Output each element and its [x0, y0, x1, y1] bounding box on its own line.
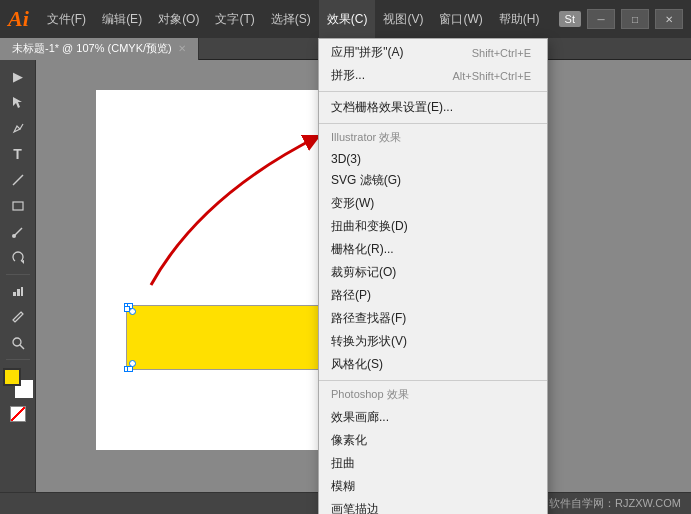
dd-svg-filter[interactable]: SVG 滤镜(G): [319, 169, 547, 192]
dd-pinxing-shortcut: Alt+Shift+Ctrl+E: [452, 70, 531, 82]
window-close-button[interactable]: ✕: [655, 9, 683, 29]
dd-rasterize[interactable]: 栅格化(R)...: [319, 238, 547, 261]
effect-dropdown-menu: 应用"拼形"(A) Shift+Ctrl+E 拼形... Alt+Shift+C…: [318, 38, 548, 514]
tool-separator-2: [6, 359, 30, 360]
menu-view[interactable]: 视图(V): [375, 0, 431, 38]
svg-rect-6: [13, 292, 16, 296]
dd-crop-marks[interactable]: 裁剪标记(O): [319, 261, 547, 284]
menu-bar: 文件(F) 编辑(E) 对象(O) 文字(T) 选择(S) 效果(C) 视图(V…: [39, 0, 559, 38]
svg-line-10: [20, 345, 24, 349]
dd-niuqu[interactable]: 扭曲和变换(D): [319, 215, 547, 238]
svg-point-9: [13, 338, 21, 346]
tab-close-button[interactable]: ✕: [178, 43, 186, 54]
tool-separator: [6, 274, 30, 275]
svg-point-4: [12, 234, 16, 238]
svg-marker-0: [13, 97, 22, 108]
dd-brush-stroke[interactable]: 画笔描边: [319, 498, 547, 514]
dd-section-top: 应用"拼形"(A) Shift+Ctrl+E 拼形... Alt+Shift+C…: [319, 39, 547, 89]
tab-label: 未标题-1* @ 107% (CMYK/预览): [12, 41, 172, 56]
dd-sep-2: [319, 123, 547, 124]
dd-pathfinder[interactable]: 路径查找器(F): [319, 307, 547, 330]
menu-object[interactable]: 对象(O): [150, 0, 207, 38]
dd-bianxing[interactable]: 变形(W): [319, 192, 547, 215]
dd-path[interactable]: 路径(P): [319, 284, 547, 307]
tool-select[interactable]: ▶: [4, 64, 32, 88]
dd-apply-pinxing-label: 应用"拼形"(A): [331, 44, 404, 61]
dd-photoshop-section-label: Photoshop 效果: [319, 383, 547, 404]
tool-rectangle[interactable]: [4, 194, 32, 218]
dd-section-illustrator: 3D(3) SVG 滤镜(G) 变形(W) 扭曲和变换(D) 栅格化(R)...…: [319, 147, 547, 378]
color-boxes: [3, 368, 33, 398]
svg-rect-8: [21, 287, 23, 296]
dd-section-grid: 文档栅格效果设置(E)...: [319, 94, 547, 121]
window-minimize-button[interactable]: ─: [587, 9, 615, 29]
tool-line[interactable]: [4, 168, 32, 192]
menu-file[interactable]: 文件(F): [39, 0, 94, 38]
menu-text[interactable]: 文字(T): [207, 0, 262, 38]
window-maximize-button[interactable]: □: [621, 9, 649, 29]
svg-line-1: [20, 124, 23, 129]
color-mode-row: [10, 406, 26, 422]
dd-section-photoshop: 效果画廊... 像素化 扭曲 模糊 画笔描边 素描 纹理 艺术效果 视频 风格化: [319, 404, 547, 514]
dd-sep-3: [319, 380, 547, 381]
anchor-bl: [129, 360, 136, 367]
tool-direct-select[interactable]: [4, 90, 32, 114]
dd-effect-gallery[interactable]: 效果画廊...: [319, 406, 547, 429]
tool-pen[interactable]: [4, 116, 32, 140]
menu-window[interactable]: 窗口(W): [431, 0, 490, 38]
tool-graph[interactable]: [4, 279, 32, 303]
dd-distort[interactable]: 扭曲: [319, 452, 547, 475]
svg-line-2: [13, 175, 23, 185]
none-box[interactable]: [10, 406, 26, 422]
dd-convert-shape[interactable]: 转换为形状(V): [319, 330, 547, 353]
dd-apply-pinxing[interactable]: 应用"拼形"(A) Shift+Ctrl+E: [319, 41, 547, 64]
svg-rect-3: [13, 202, 23, 210]
dd-grid-effect-settings[interactable]: 文档栅格效果设置(E)...: [319, 96, 547, 119]
tool-zoom[interactable]: [4, 331, 32, 355]
dd-sep-1: [319, 91, 547, 92]
anchor-tl: [129, 308, 136, 315]
st-badge: St: [559, 11, 581, 27]
dd-apply-pinxing-shortcut: Shift+Ctrl+E: [472, 47, 531, 59]
menu-help[interactable]: 帮助(H): [491, 0, 548, 38]
dd-illustrator-section-label: Illustrator 效果: [319, 126, 547, 147]
menu-edit[interactable]: 编辑(E): [94, 0, 150, 38]
tool-type[interactable]: T: [4, 142, 32, 166]
toolbar: ▶ T: [0, 60, 36, 492]
dd-pinxing-label: 拼形...: [331, 67, 365, 84]
document-tab[interactable]: 未标题-1* @ 107% (CMYK/预览) ✕: [0, 38, 199, 60]
title-bar: Ai 文件(F) 编辑(E) 对象(O) 文字(T) 选择(S) 效果(C) 视…: [0, 0, 691, 38]
menu-select[interactable]: 选择(S): [263, 0, 319, 38]
dd-blur[interactable]: 模糊: [319, 475, 547, 498]
dd-stylize-illustrator[interactable]: 风格化(S): [319, 353, 547, 376]
svg-rect-7: [17, 289, 20, 296]
tool-eyedropper[interactable]: [4, 305, 32, 329]
dd-grid-effect-settings-label: 文档栅格效果设置(E)...: [331, 99, 453, 116]
dd-pixelate[interactable]: 像素化: [319, 429, 547, 452]
dd-pinxing[interactable]: 拼形... Alt+Shift+Ctrl+E: [319, 64, 547, 87]
tool-paintbrush[interactable]: [4, 220, 32, 244]
foreground-color-box[interactable]: [3, 368, 21, 386]
ai-logo: Ai: [8, 6, 29, 32]
dd-3d[interactable]: 3D(3): [319, 149, 547, 169]
title-bar-right: St ─ □ ✕: [559, 9, 683, 29]
status-text: 软件自学网：RJZXW.COM: [549, 496, 681, 511]
tool-rotate[interactable]: [4, 246, 32, 270]
menu-effect[interactable]: 效果(C): [319, 0, 376, 38]
canvas-yellow-rect[interactable]: [126, 305, 346, 370]
